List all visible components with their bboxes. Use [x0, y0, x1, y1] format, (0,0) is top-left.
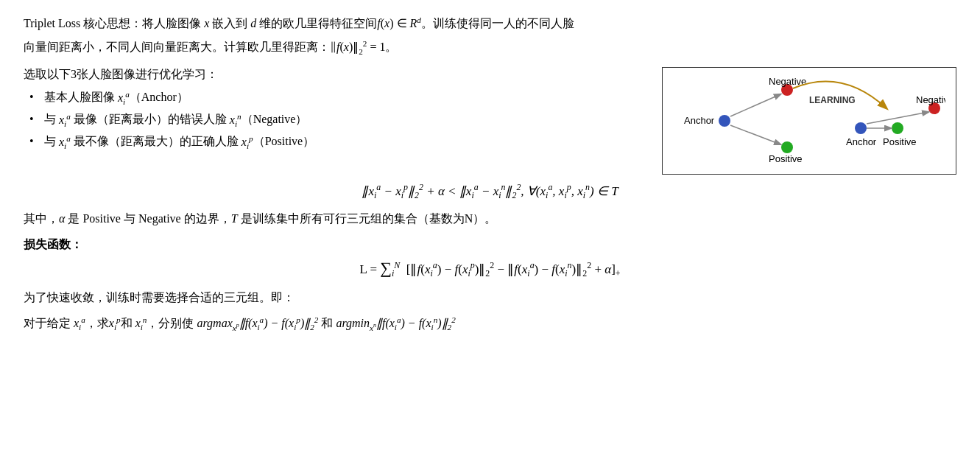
formula1: ‖xia − xip‖22 + α < ‖xia − xin‖22, ∀(xia… — [24, 182, 956, 201]
para1b: 向量间距离小，不同人间向量距离大。计算欧几里得距离：‖f(x)‖22 = 1。 — [24, 37, 956, 59]
label-negative-right: Negative — [916, 94, 945, 105]
loss-formula: L = ∑iN [‖f(xia) − f(xip)‖22 − ‖f(xia) −… — [24, 259, 956, 279]
label-positive-left: Positive — [769, 153, 803, 164]
bullet-item-negative: 与 xia 最像（距离最小）的错误人脸 xin（Negative） — [37, 109, 644, 131]
svg-point-6 — [892, 122, 903, 134]
bullet-item-positive: 与 xia 最不像（距离最大）的正确人脸 xip（Positive） — [37, 131, 644, 153]
intro-text-block: 选取以下3张人脸图像进行优化学习： 基本人脸图像 xia（Anchor） 与 x… — [24, 64, 644, 155]
svg-line-4 — [730, 125, 780, 144]
svg-point-0 — [719, 115, 730, 127]
label-anchor-right: Anchor — [846, 136, 877, 147]
triplet-diagram-svg: Anchor Negative Positive LEARNING An — [673, 75, 945, 164]
para2: 选取以下3张人脸图像进行优化学习： — [24, 64, 644, 84]
label-learning: LEARNING — [809, 95, 856, 105]
svg-line-9 — [867, 112, 928, 124]
svg-point-5 — [855, 122, 867, 134]
para3-block: 其中，α 是 Positive 与 Negative 的边界，T 是训练集中所有… — [24, 209, 956, 228]
label-positive-right: Positive — [883, 136, 917, 147]
para4: 为了快速收敛，训练时需要选择合适的三元组。即： — [24, 287, 956, 307]
triplet-diagram: Anchor Negative Positive LEARNING An — [662, 67, 956, 175]
para3: 其中，α 是 Positive 与 Negative 的边界，T 是训练集中所有… — [24, 209, 956, 228]
label-anchor-left: Anchor — [684, 115, 715, 126]
svg-line-3 — [730, 94, 780, 116]
loss-label: 损失函数： — [24, 234, 956, 254]
bullet-list: 基本人脸图像 xia（Anchor） 与 xia 最像（距离最小）的错误人脸 x… — [37, 87, 644, 153]
svg-point-2 — [781, 141, 793, 153]
intro-wrap: 选取以下3张人脸图像进行优化学习： 基本人脸图像 xia（Anchor） 与 x… — [24, 64, 956, 175]
intro-paragraph: Triplet Loss 核心思想：将人脸图像 x 嵌入到 d 维的欧几里得特征… — [24, 13, 956, 58]
bullet-item-anchor: 基本人脸图像 xia（Anchor） — [37, 87, 644, 109]
para1: Triplet Loss 核心思想：将人脸图像 x 嵌入到 d 维的欧几里得特征… — [24, 13, 956, 34]
para5: 对于给定 xia，求xip和 xin，分别使 argmaxxp‖f(xia) −… — [24, 313, 956, 335]
para5-block: 对于给定 xia，求xip和 xin，分别使 argmaxxp‖f(xia) −… — [24, 313, 956, 335]
para4-block: 为了快速收敛，训练时需要选择合适的三元组。即： — [24, 287, 956, 307]
loss-block: 损失函数： L = ∑iN [‖f(xia) − f(xip)‖22 − ‖f(… — [24, 234, 956, 280]
page-content: Triplet Loss 核心思想：将人脸图像 x 嵌入到 d 维的欧几里得特征… — [24, 13, 956, 335]
